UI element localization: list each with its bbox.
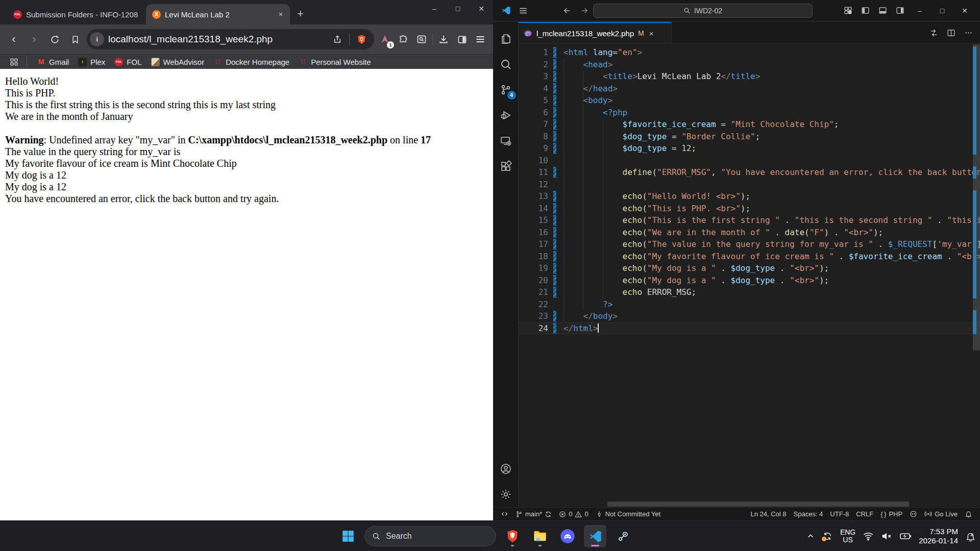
commit-status[interactable]: Not Committed Yet [593,510,663,518]
browser-menu-icon[interactable] [473,32,488,47]
code-line[interactable]: 1<html lang="en"> [519,46,980,59]
remote-explorer-icon[interactable] [494,128,518,154]
taskbar-file-explorer-icon[interactable] [529,525,551,547]
code-line[interactable]: 8 $dog_type = "Border Collie"; [519,131,980,143]
sidebar-toggle-icon[interactable] [454,32,470,47]
code-line[interactable]: 6 <?php [519,107,980,119]
browser-tab-inactive[interactable]: FOL Submission Folders - INFO-1208 PHP [7,4,146,24]
git-branch-status[interactable]: main* [513,510,554,518]
bookmark-item[interactable]: FOLFOL [110,58,146,66]
back-icon[interactable]: ‹ [5,31,22,48]
search-tabs-icon[interactable] [414,32,429,47]
code-line[interactable]: 7 $favorite_ice_cream = "Mint Chocolate … [519,118,980,131]
new-tab-button[interactable]: + [297,7,304,20]
extensions-puzzle-icon[interactable] [396,32,411,47]
cursor-position[interactable]: Ln 24, Col 8 [748,510,789,518]
maximize-button[interactable]: □ [931,1,953,21]
encoding[interactable]: UTF-8 [827,510,851,518]
code-editor[interactable]: 1<html lang="en">2 <head>3 <title>Levi M… [519,44,980,501]
code-line[interactable]: 12 [519,179,980,191]
notifications-bell-icon[interactable] [962,510,975,518]
command-center-search[interactable]: IWD2-02 [593,4,813,18]
taskbar-brave-icon[interactable] [501,525,524,547]
editor-tab-active[interactable]: l_mclean215318_week2.php M × [519,22,672,43]
split-editor-icon[interactable] [943,25,959,40]
url-bar[interactable]: i localhost/l_mclean215318_week2.php [87,29,374,49]
code-line[interactable]: 24</html> [519,322,980,335]
code-line[interactable]: 11 define("ERROR_MSG", "You have encount… [519,166,980,179]
code-line[interactable]: 20 echo("My dog is a " . $dog_type . "<b… [519,274,980,287]
editor-horizontal-scrollbar[interactable] [564,501,980,507]
code-line[interactable]: 3 <title>Levi McLean Lab 2</title> [519,70,980,83]
extensions-icon[interactable] [494,154,518,179]
code-line[interactable]: 15 echo("This is the first string " . "t… [519,214,980,227]
tray-language[interactable]: ENG US [840,529,855,544]
bookmark-item[interactable]: MGmail [32,58,74,66]
code-line[interactable]: 2 <head> [519,59,980,71]
volume-muted-icon[interactable] [881,531,892,542]
bookmark-item[interactable]: WebAdvisor [146,58,209,66]
code-line[interactable]: 21 echo ERROR_MSG; [519,286,980,298]
accounts-icon[interactable] [494,456,518,482]
brave-shield-icon[interactable] [354,32,369,47]
tray-sync-icon[interactable] [822,531,833,542]
toggle-secondary-sidebar-icon[interactable] [892,3,908,18]
tray-chevron-up-icon[interactable] [806,532,815,540]
code-line[interactable]: 5 <body> [519,94,980,107]
taskbar-steam-icon[interactable] [611,525,634,547]
scrollbar-slider[interactable] [607,502,909,507]
extension-status-icon[interactable] [907,510,920,518]
indentation[interactable]: Spaces: 4 [791,510,826,518]
source-control-icon[interactable]: 4 [494,77,518,103]
code-line[interactable]: 4 </head> [519,83,980,95]
apps-grid-icon[interactable] [6,54,21,69]
open-changes-icon[interactable] [926,25,941,40]
bookmark-icon[interactable] [66,31,84,48]
toggle-panel-icon[interactable] [875,3,890,18]
code-line[interactable]: 17 echo("The value in the query string f… [519,238,980,251]
taskbar-search[interactable]: Search [364,526,496,546]
toggle-primary-sidebar-icon[interactable] [857,3,873,18]
eol-sequence[interactable]: CRLF [853,510,876,518]
remote-indicator[interactable] [498,510,511,518]
code-line[interactable]: 9 $dog_type = 12; [519,142,980,155]
taskbar-discord-icon[interactable] [556,525,579,547]
code-line[interactable]: 16 echo("We are in the month of " . date… [519,227,980,239]
downloads-icon[interactable] [436,32,451,47]
minimize-button[interactable]: – [423,0,446,17]
url-text[interactable]: localhost/l_mclean215318_week2.php [108,34,326,45]
forward-icon[interactable]: › [26,31,43,48]
customize-layout-icon[interactable] [840,3,855,18]
code-line[interactable]: 23 </body> [519,310,980,322]
close-button[interactable]: ✕ [953,1,976,21]
search-icon[interactable] [494,52,518,77]
code-line[interactable]: 14 echo("This is PHP. <br>"); [519,203,980,215]
code-line[interactable]: 13 echo("Hello World! <br>"); [519,190,980,203]
language-mode[interactable]: { } PHP [878,510,905,518]
bookmark-item[interactable]: L E V IPersonal Website [294,58,375,66]
tab-close-icon[interactable]: × [649,29,654,38]
leo-ai-icon[interactable]: 1 [377,32,393,47]
bookmark-item[interactable]: L E V IDocker Homepage [209,58,294,66]
go-back-icon[interactable] [559,3,575,18]
code-line[interactable]: 10 [519,155,980,167]
code-line[interactable]: 19 echo("My dog is a " . $dog_type . "<b… [519,262,980,274]
more-actions-icon[interactable] [961,25,976,40]
tab-close-icon[interactable]: × [278,10,284,18]
go-live-status[interactable]: Go Live [922,510,960,518]
run-debug-icon[interactable] [494,103,518,128]
bookmark-item[interactable]: ›Plex [74,58,110,66]
wifi-icon[interactable] [863,531,874,542]
browser-tab-active[interactable]: X Levi McLean Lab 2 × [146,4,290,24]
reload-icon[interactable] [46,31,63,48]
settings-gear-icon[interactable] [494,482,518,507]
menu-hamburger-icon[interactable] [516,3,531,18]
minimize-button[interactable]: – [909,1,931,21]
code-line[interactable]: 22 ?> [519,298,980,311]
site-info-icon[interactable]: i [90,32,104,46]
battery-icon[interactable] [899,530,912,542]
editor-vertical-scrollbar[interactable] [973,44,980,501]
close-button[interactable]: ✕ [470,0,493,17]
share-icon[interactable] [330,32,345,47]
problems-status[interactable]: 0 0 [556,510,591,518]
